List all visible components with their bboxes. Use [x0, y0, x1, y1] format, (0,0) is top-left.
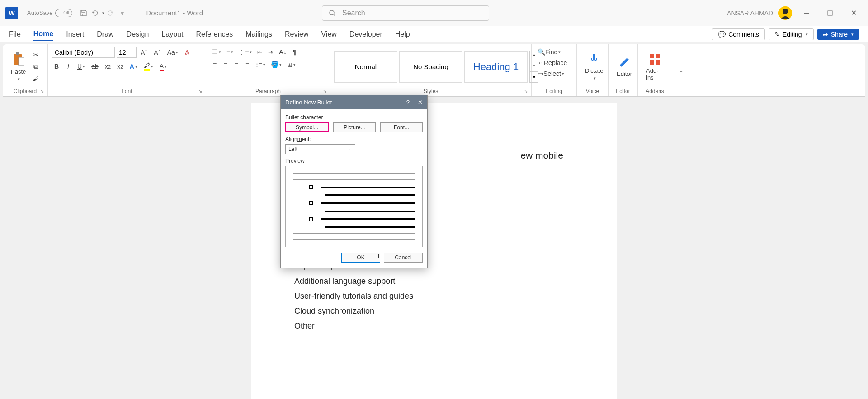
clipboard-dialog-icon[interactable]: ↘	[40, 89, 44, 94]
toggle-switch[interactable]: Off	[55, 9, 72, 17]
font-size-input[interactable]	[117, 47, 137, 58]
align-right-icon[interactable]: ≡	[231, 60, 241, 70]
ribbon: Paste▾ ✂ ⧉ 🖌 Clipboard↘ A˄ A˅ Aa▾ A̷ B I	[3, 44, 865, 97]
sort-icon[interactable]: A↓	[277, 47, 288, 57]
tab-insert[interactable]: Insert	[66, 28, 84, 40]
preview-label: Preview	[285, 158, 423, 164]
svg-rect-4	[828, 11, 832, 15]
close-button[interactable]: ✕	[844, 4, 863, 22]
clear-formatting-icon[interactable]: A̷	[182, 47, 192, 57]
paste-button[interactable]: Paste▾	[6, 50, 30, 83]
search-icon	[329, 9, 336, 17]
replace-button[interactable]: ↔ Replace	[535, 58, 569, 68]
style-normal[interactable]: Normal	[334, 51, 397, 83]
list-item: Additional language support	[294, 274, 574, 289]
borders-icon[interactable]: ⊞▾	[285, 60, 298, 70]
font-color-icon[interactable]: A▾	[157, 61, 169, 72]
multilevel-list-icon[interactable]: ⋮≡▾	[236, 47, 254, 57]
increase-indent-icon[interactable]: ⇥	[266, 47, 276, 57]
strikethrough-button[interactable]: ab	[89, 61, 101, 71]
addins-button[interactable]: Add-ins	[642, 51, 668, 83]
style-heading1[interactable]: Heading 1	[464, 51, 528, 83]
find-button[interactable]: 🔍 Find▾	[535, 47, 563, 57]
define-new-bullet-dialog: Define New Bullet ? ✕ Bullet character S…	[280, 95, 428, 268]
qat-customize-icon[interactable]: ▾	[116, 7, 128, 19]
dictate-button[interactable]: Dictate▾	[580, 51, 608, 82]
svg-line-1	[334, 14, 335, 16]
comments-button[interactable]: 💬 Comments	[712, 28, 765, 40]
dialog-titlebar[interactable]: Define New Bullet ? ✕	[281, 95, 427, 109]
underline-button[interactable]: U▾	[75, 61, 87, 71]
tab-help[interactable]: Help	[395, 28, 410, 40]
collapse-ribbon-icon[interactable]: ⌄	[679, 67, 684, 74]
cut-icon[interactable]: ✂	[30, 50, 41, 60]
align-center-icon[interactable]: ≡	[221, 60, 231, 70]
paragraph-dialog-icon[interactable]: ↘	[323, 89, 326, 94]
maximize-button[interactable]	[821, 4, 839, 22]
cancel-button[interactable]: Cancel	[384, 253, 423, 263]
justify-icon[interactable]: ≡	[242, 60, 252, 70]
redo-icon[interactable]	[104, 7, 116, 19]
svg-rect-8	[593, 54, 595, 60]
highlight-icon[interactable]: 🖍▾	[142, 61, 156, 72]
tab-developer[interactable]: Developer	[349, 28, 382, 40]
dialog-title: Define New Bullet	[285, 99, 332, 106]
font-name-input[interactable]	[52, 47, 115, 58]
undo-icon[interactable]	[90, 7, 101, 19]
tab-review[interactable]: Review	[285, 28, 308, 40]
grow-font-icon[interactable]: A˄	[138, 47, 150, 57]
align-left-icon[interactable]: ≡	[210, 60, 220, 70]
tab-mailings[interactable]: Mailings	[245, 28, 272, 40]
shrink-font-icon[interactable]: A˅	[151, 47, 163, 57]
avatar[interactable]	[778, 6, 792, 20]
tab-draw[interactable]: Draw	[97, 28, 113, 40]
tab-references[interactable]: References	[196, 28, 233, 40]
tab-file[interactable]: File	[9, 28, 21, 40]
addins-label: Add-ins	[642, 86, 668, 94]
editor-button[interactable]: Editor	[612, 54, 637, 79]
picture-button[interactable]: Picture...	[333, 122, 376, 132]
tab-home[interactable]: Home	[33, 28, 53, 41]
style-nospacing[interactable]: No Spacing	[399, 51, 462, 83]
change-case-icon[interactable]: Aa▾	[165, 47, 180, 57]
voice-label: Voice	[580, 86, 604, 94]
editing-mode-button[interactable]: ✎ Editing ▾	[769, 28, 814, 40]
svg-rect-11	[650, 60, 654, 65]
symbol-button[interactable]: Symbol...	[285, 122, 329, 132]
subscript-button[interactable]: x2	[103, 61, 113, 71]
autosave-toggle[interactable]: AutoSave Off	[27, 9, 72, 17]
document-area: Q: What features ew mobile app? Please s…	[0, 97, 868, 399]
font-button[interactable]: Font...	[380, 122, 423, 132]
dialog-help-icon[interactable]: ?	[406, 99, 410, 106]
document-title: Document1 - Word	[146, 9, 203, 17]
dialog-close-icon[interactable]: ✕	[418, 99, 423, 106]
ok-button[interactable]: OK	[341, 253, 380, 263]
styles-dialog-icon[interactable]: ↘	[524, 89, 528, 94]
share-button[interactable]: ➦ Share ▾	[817, 29, 859, 40]
decrease-indent-icon[interactable]: ⇤	[255, 47, 265, 57]
alignment-select[interactable]: Left ⌄	[285, 144, 355, 154]
text-effects-icon[interactable]: A▾	[127, 61, 140, 71]
tab-layout[interactable]: Layout	[161, 28, 183, 40]
italic-button[interactable]: I	[63, 61, 73, 71]
copy-icon[interactable]: ⧉	[30, 61, 41, 72]
tab-design[interactable]: Design	[127, 28, 149, 40]
line-spacing-icon[interactable]: ↕≡▾	[253, 60, 268, 70]
search-input[interactable]: Search	[322, 5, 489, 21]
numbering-icon[interactable]: ≡▾	[224, 47, 236, 57]
font-dialog-icon[interactable]: ↘	[198, 89, 202, 94]
select-button[interactable]: ▭ Select▾	[535, 69, 566, 79]
title-bar: W AutoSave Off ▾ ▾ Document1 - Word Sear…	[0, 0, 868, 26]
show-marks-icon[interactable]: ¶	[290, 47, 300, 57]
superscript-button[interactable]: x2	[115, 61, 125, 71]
format-painter-icon[interactable]: 🖌	[30, 74, 41, 84]
user-name[interactable]: ANSAR AHMAD	[727, 9, 773, 17]
bullets-icon[interactable]: ☰▾	[210, 47, 223, 57]
svg-rect-9	[650, 54, 654, 58]
save-icon[interactable]	[78, 7, 90, 19]
tab-view[interactable]: View	[321, 28, 336, 40]
shading-icon[interactable]: 🪣▾	[269, 60, 284, 70]
svg-point-3	[783, 9, 788, 14]
bold-button[interactable]: B	[52, 61, 61, 71]
minimize-button[interactable]: ─	[797, 4, 816, 22]
